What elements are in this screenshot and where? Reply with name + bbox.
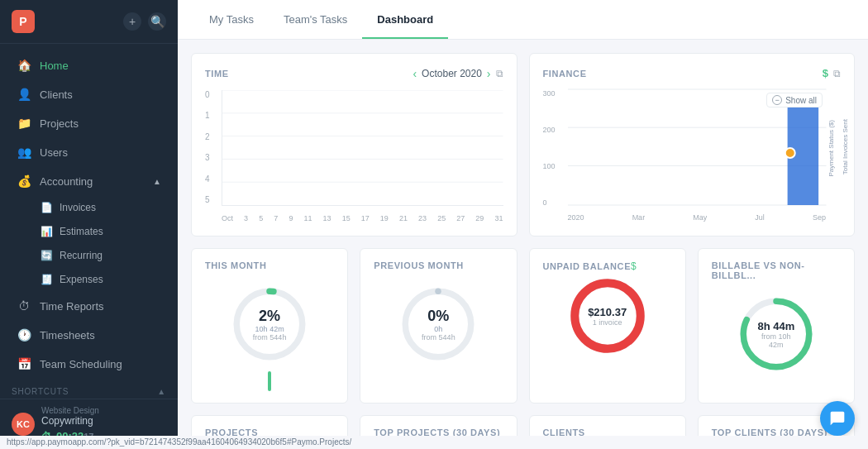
this-month-title: THIS MONTH: [205, 260, 266, 270]
sidebar-item-time-reports[interactable]: ⏱ Time Reports: [5, 292, 173, 320]
home-icon: 🏠: [17, 58, 31, 73]
donut-center: 2% 10h 42m from 544h: [253, 308, 287, 342]
sidebar-sub-label: Recurring: [60, 250, 103, 261]
prev-month-button[interactable]: ‹: [413, 67, 417, 80]
previous-month-title: PREVIOUS MONTH: [374, 260, 464, 270]
minus-icon: −: [772, 95, 782, 105]
chart-bars-area: [222, 90, 503, 206]
sidebar-item-accounting[interactable]: 💰 Accounting ▲: [5, 167, 173, 195]
invoices-icon: 📄: [40, 201, 53, 214]
donut-container: $210.37 1 invoice: [543, 272, 672, 360]
sidebar-item-users[interactable]: 👥 Users: [5, 138, 173, 166]
shortcuts-section: SHORTCUTS ▲: [0, 379, 178, 399]
sidebar-item-invoices[interactable]: 📄 Invoices: [5, 196, 173, 219]
sidebar-nav: 🏠 Home 👤 Clients 📁 Projects 👥 Users 💰 Ac…: [0, 44, 178, 399]
tab-teams-tasks[interactable]: Team's Tasks: [269, 2, 362, 39]
finance-controls: $ ⧉: [823, 67, 841, 79]
donut-billable: 8h 44m from 10h 42m: [739, 297, 813, 371]
sidebar: P + 🔍 🏠 Home 👤 Clients 📁 Projects 👥 User…: [0, 0, 178, 449]
copy-icon[interactable]: ⧉: [496, 68, 503, 79]
sidebar-item-label: Clients: [40, 88, 161, 101]
tab-bar: My Tasks Team's Tasks Dashboard: [178, 0, 868, 40]
clients-icon: 👤: [17, 87, 31, 102]
search-button[interactable]: 🔍: [148, 12, 166, 31]
app-logo: P: [12, 10, 35, 33]
expenses-icon: 🧾: [40, 273, 53, 286]
sidebar-item-projects[interactable]: 📁 Projects: [5, 109, 173, 137]
donut-this-month: 2% 10h 42m from 544h: [232, 287, 307, 361]
billable-title: BILLABLE VS NON-BILLBL...: [712, 260, 841, 280]
sidebar-item-label: Timesheets: [40, 329, 161, 342]
accounting-icon: 💰: [17, 174, 31, 189]
sidebar-item-estimates[interactable]: 📊 Estimates: [5, 220, 173, 243]
unpaid-header: UNPAID BALANCE $: [543, 260, 637, 272]
unpaid-title: UNPAID BALANCE: [543, 261, 632, 271]
timesheets-icon: 🕐: [17, 327, 31, 342]
dollar-icon[interactable]: $: [823, 67, 828, 79]
chevron-up-icon: ▲: [153, 177, 161, 186]
sidebar-item-home[interactable]: 🏠 Home: [5, 51, 173, 79]
chat-icon: [829, 410, 846, 427]
team-scheduling-icon: 📅: [17, 356, 31, 371]
main-content: My Tasks Team's Tasks Dashboard TIME ‹ O…: [178, 0, 868, 449]
sidebar-item-team-scheduling[interactable]: 📅 Team Scheduling: [5, 350, 173, 378]
dashboard: TIME ‹ October 2020 › ⧉ 5 4 3 2 1: [178, 40, 868, 449]
sidebar-item-expenses[interactable]: 🧾 Expenses: [5, 268, 173, 291]
chart-y-labels: 5 4 3 2 1 0: [205, 90, 210, 206]
stats-row: THIS MONTH 2% 10h 42m from 544h: [191, 248, 855, 404]
sidebar-header: P + 🔍: [0, 0, 178, 44]
previous-month-card: PREVIOUS MONTH 0% 0h from 544h: [360, 248, 517, 404]
finance-chart-area: − Show all Total Invoices Sent 2020 Mar …: [568, 89, 827, 222]
donut-container: 8h 44m from 10h 42m: [712, 290, 841, 378]
finance-y-labels: 300 200 100 0: [543, 89, 568, 222]
finance-y-axis-label: Payment Status ($): [827, 89, 841, 222]
donut-center: 0% 0h from 544h: [422, 308, 455, 342]
sidebar-sub-label: Estimates: [60, 226, 103, 237]
add-button[interactable]: +: [123, 12, 141, 31]
finance-card-title: FINANCE: [543, 69, 587, 79]
users-icon: 👥: [17, 145, 31, 160]
recurring-icon: 🔄: [40, 249, 53, 262]
finance-chart-container: 300 200 100 0: [543, 89, 842, 222]
project-name: Website Design: [41, 406, 99, 415]
donut-prev-month: 0% 0h from 544h: [401, 287, 475, 361]
bar-indicator: [268, 371, 271, 391]
projects-icon: 📁: [17, 116, 31, 131]
sidebar-item-clients[interactable]: 👤 Clients: [5, 80, 173, 108]
svg-point-10: [785, 148, 794, 158]
sidebar-item-timesheets[interactable]: 🕐 Timesheets: [5, 321, 173, 349]
chat-bubble[interactable]: [820, 401, 855, 436]
time-nav: ‹ October 2020 › ⧉: [413, 67, 503, 80]
time-card-title: TIME: [205, 69, 229, 79]
dollar-icon: $: [631, 260, 637, 272]
sidebar-item-label: Users: [40, 146, 161, 159]
unpaid-balance-card: UNPAID BALANCE $ $210.37 1 invoice: [529, 248, 686, 404]
this-month-card: THIS MONTH 2% 10h 42m from 544h: [191, 248, 348, 404]
finance-copy-icon[interactable]: ⧉: [833, 68, 841, 79]
sidebar-actions: + 🔍: [123, 12, 166, 31]
avatar: KC: [12, 413, 35, 436]
sidebar-item-label: Accounting: [40, 175, 153, 188]
url-bar: https://app.paymoapp.com/?pk_vid=b721474…: [0, 436, 868, 449]
project-title: Copywriting: [41, 415, 99, 427]
billable-card: BILLABLE VS NON-BILLBL... 8h 44m from 10…: [698, 248, 855, 404]
sidebar-item-recurring[interactable]: 🔄 Recurring: [5, 244, 173, 267]
shortcuts-collapse[interactable]: ▲: [157, 387, 166, 396]
sidebar-item-label: Time Reports: [40, 300, 161, 313]
sidebar-item-label: Team Scheduling: [40, 358, 161, 370]
finance-right-label: Total Invoices Sent: [842, 89, 849, 205]
show-all-button[interactable]: − Show all: [766, 93, 823, 107]
finance-card-header: FINANCE $ ⧉: [543, 67, 842, 79]
sidebar-item-label: Home: [40, 60, 161, 72]
donut-container: 0% 0h from 544h: [374, 280, 503, 368]
tab-dashboard[interactable]: Dashboard: [362, 2, 448, 39]
next-month-button[interactable]: ›: [487, 67, 491, 80]
finance-card: FINANCE $ ⧉ 300 200 100 0: [529, 53, 856, 236]
estimates-icon: 📊: [40, 225, 53, 238]
sidebar-sub-label: Invoices: [60, 202, 96, 213]
tab-my-tasks[interactable]: My Tasks: [194, 2, 269, 39]
donut-unpaid: $210.37 1 invoice: [570, 279, 645, 353]
donut-center: 8h 44m from 10h 42m: [757, 320, 794, 349]
donut-center: $210.37 1 invoice: [588, 306, 627, 327]
time-reports-icon: ⏱: [17, 299, 31, 313]
